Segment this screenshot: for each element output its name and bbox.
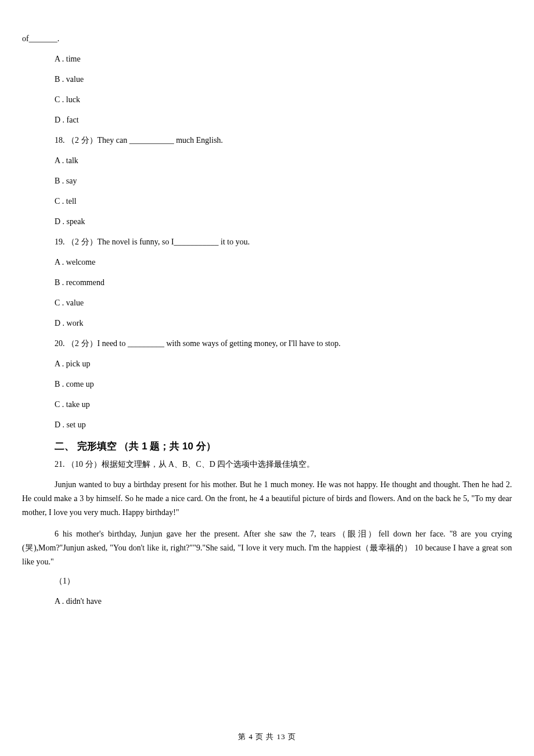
q18-option-d: D . speak	[22, 218, 512, 226]
q17-option-a: A . time	[22, 55, 512, 63]
q20-option-d: D . set up	[22, 421, 512, 429]
q21-paragraph-1: Junjun wanted to buy a birthday present …	[22, 478, 512, 519]
q20-option-b: B . come up	[22, 380, 512, 388]
q21-paragraph-2: 6 his mother's birthday, Junjun gave her…	[22, 527, 512, 568]
q18-stem: 18. （2 分）They can ___________ much Engli…	[22, 136, 512, 145]
q21-stem: 21. （10 分）根据短文理解，从 A、B、C、D 四个选项中选择最佳填空。	[22, 460, 512, 469]
q19-option-b: B . recommend	[22, 279, 512, 287]
page-footer: 第 4 页 共 13 页	[0, 732, 534, 742]
q19-option-c: C . value	[22, 299, 512, 307]
q18-option-c: C . tell	[22, 197, 512, 206]
q19-option-a: A . welcome	[22, 258, 512, 267]
q20-option-c: C . take up	[22, 401, 512, 409]
q18-option-a: A . talk	[22, 157, 512, 165]
fragment-line: of_______.	[22, 35, 512, 43]
q19-option-d: D . work	[22, 319, 512, 327]
q21-sub1-option-a: A . didn't have	[22, 597, 512, 606]
q17-option-c: C . luck	[22, 96, 512, 104]
q17-option-b: B . value	[22, 75, 512, 84]
q21-sub1-label: （1）	[22, 577, 512, 585]
q20-stem: 20. （2 分）I need to _________ with some w…	[22, 340, 512, 348]
section-2-heading: 二、 完形填空 （共 1 题；共 10 分）	[22, 441, 512, 451]
q19-stem: 19. （2 分）The novel is funny, so I_______…	[22, 238, 512, 246]
q17-option-d: D . fact	[22, 116, 512, 124]
q20-option-a: A . pick up	[22, 360, 512, 368]
q18-option-b: B . say	[22, 177, 512, 185]
